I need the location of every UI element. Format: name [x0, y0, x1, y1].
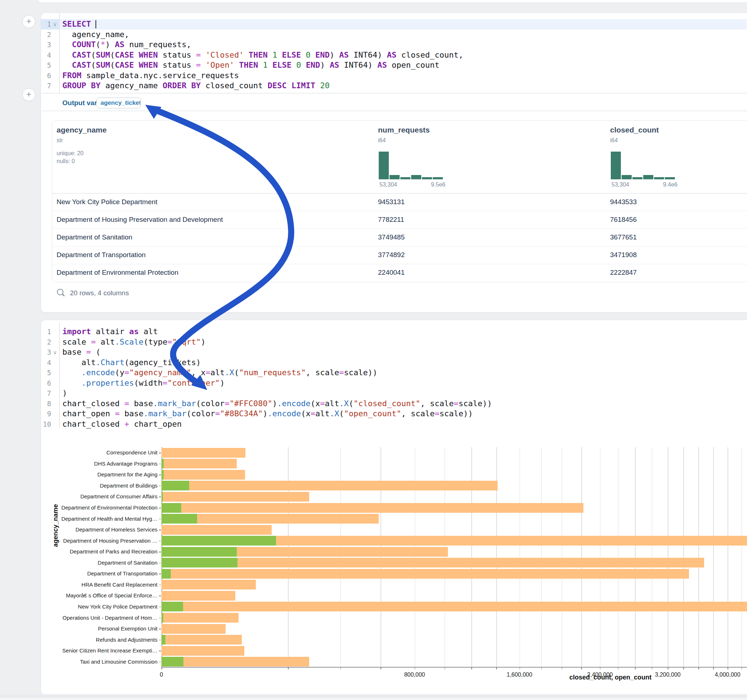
open-count-bar: [162, 558, 237, 567]
page-gap: [0, 694, 747, 698]
y-axis-label: Department of Buildings: [100, 483, 157, 489]
table-cell: Department of Housing Preservation and D…: [57, 216, 223, 223]
y-axis-label: Personal Exemption Unit: [98, 626, 157, 632]
table-cell: Department of Transportation: [57, 251, 145, 259]
table-cell: 3471908: [610, 251, 637, 259]
open-count-bar: [162, 536, 276, 546]
y-axis-label: Operations Unit - Department of Hom…: [63, 615, 157, 621]
closed-count-bar: [162, 459, 237, 468]
y-axis-label: Senior Citizen Rent Increase Exempti…: [62, 647, 157, 653]
gridline: [471, 447, 472, 667]
y-axis-label: DHS Advantage Programs: [94, 460, 157, 467]
open-count-bar: [162, 470, 163, 480]
x-axis-title: closed_count, open_count: [569, 674, 652, 681]
y-axis-tick: [159, 618, 161, 619]
closed-count-bar: [162, 635, 242, 644]
table-cell: 9453131: [378, 198, 405, 206]
x-axis-tick-label: 4,000,000: [715, 671, 740, 678]
table-rows: New York City Police Department945313194…: [41, 13, 747, 312]
gridline: [668, 447, 668, 667]
y-axis-title: agency_name: [52, 504, 59, 547]
y-axis-tick: [159, 651, 161, 652]
table-cell: 3749485: [378, 233, 405, 241]
y-axis-tick: [159, 573, 161, 574]
notebook-page: + + 1234567 ∨ SELECT agency_name, COUNT(…: [0, 0, 747, 700]
gridline: [618, 447, 619, 667]
closed-count-bar: [162, 624, 225, 634]
gridline: [562, 447, 563, 667]
y-axis-tick: [159, 475, 161, 475]
y-axis-tick: [159, 486, 161, 486]
y-axis-label: Department of Consumer Affairs: [80, 493, 157, 499]
x-axis-tick-label: 800,000: [404, 671, 425, 678]
y-axis-tick: [159, 530, 161, 530]
gridline: [288, 447, 289, 667]
gridline: [340, 447, 341, 667]
gridline: [652, 447, 653, 667]
closed-count-bar: [162, 657, 309, 667]
gridline: [699, 447, 699, 667]
open-count-bar: [162, 635, 165, 644]
y-axis-label: HRA Benefit Card Replacement: [82, 582, 157, 588]
closed-count-bar: [162, 558, 704, 567]
table-cell: 7782211: [378, 216, 404, 223]
table-cell: New York City Police Department: [57, 198, 157, 206]
open-count-bar: [162, 514, 197, 523]
y-axis-label: Department of Homeless Services: [75, 527, 157, 533]
table-row[interactable]: New York City Police Department945313194…: [52, 193, 747, 211]
gridline: [581, 447, 582, 667]
x-axis-tick: [162, 667, 162, 669]
table-cell: Department of Environmental Protection: [57, 269, 178, 276]
open-count-bar: [162, 569, 171, 579]
y-axis-tick: [159, 541, 161, 542]
closed-count-bar: [162, 503, 584, 513]
closed-count-bar: [162, 470, 245, 480]
y-axis-tick: [159, 563, 161, 564]
table-row[interactable]: Department of Environmental Protection22…: [52, 264, 747, 282]
y-axis-domain-line: [162, 447, 162, 667]
next-cell-sliver: [0, 698, 747, 700]
add-cell-button-middle[interactable]: +: [22, 88, 35, 101]
y-axis-tick: [159, 596, 161, 596]
y-axis-tick: [159, 629, 161, 629]
y-axis-label: Mayorâ€ s Office of Special Enforce…: [66, 592, 157, 599]
table-cell: Department of Sanitation: [57, 233, 132, 241]
previous-cell-sliver: [39, 0, 747, 3]
closed-count-bar: [162, 591, 235, 600]
closed-count-bar: [162, 448, 245, 458]
add-cell-button-top[interactable]: +: [22, 15, 35, 28]
table-cell: 2240041: [378, 269, 405, 276]
y-axis-tick: [159, 662, 161, 662]
y-axis-tick: [159, 496, 161, 497]
y-axis-tick: [159, 508, 161, 508]
table-row[interactable]: Department of Transportation377489234719…: [52, 246, 747, 264]
open-count-bar: [162, 459, 163, 468]
table-cell: 3677651: [610, 233, 637, 241]
gridline: [742, 447, 742, 667]
table-cell: 9443533: [610, 198, 637, 206]
y-axis-label: Department of Sanitation: [98, 560, 157, 566]
y-axis-label: Department for the Aging: [97, 471, 157, 477]
closed-count-bar: [162, 525, 272, 535]
closed-count-bar: [162, 646, 244, 656]
python-cell-card: 12345678910 ∨ import altair as altscale …: [41, 320, 747, 695]
y-axis-label: Department of Transportation: [87, 570, 157, 576]
y-axis-tick: [159, 607, 161, 608]
y-axis-tick: [159, 640, 161, 641]
table-cell: 7618456: [610, 216, 637, 223]
gridline: [713, 447, 714, 667]
gridline: [635, 447, 636, 667]
table-row[interactable]: Department of Housing Preservation and D…: [52, 211, 747, 229]
y-axis-label: Taxi and Limousine Commission: [80, 659, 157, 665]
gridline: [541, 447, 542, 667]
gridline: [445, 447, 445, 667]
y-axis-label: Department of Environmental Protection: [61, 504, 157, 511]
y-axis-tick: [159, 453, 161, 453]
open-count-bar: [162, 492, 163, 502]
y-axis-tick: [159, 519, 161, 520]
closed-count-bar: [162, 481, 497, 490]
closed-count-bar: [162, 492, 309, 502]
table-row[interactable]: Department of Sanitation37494853677651: [52, 228, 747, 246]
closed-count-bar: [162, 569, 689, 579]
table-footer-summary: 20 rows, 4 columns: [70, 289, 129, 297]
